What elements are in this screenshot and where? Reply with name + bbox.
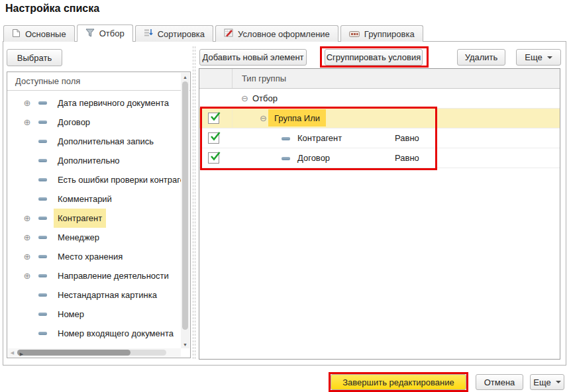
- sort-icon: [144, 28, 153, 39]
- dropdown-arrow-icon: [547, 56, 552, 59]
- scroll-right-icon[interactable]: ▶: [17, 350, 26, 358]
- field-dash-icon: [38, 197, 47, 201]
- list-item-label: Нестандартная картинка: [58, 285, 157, 305]
- list-item-label: Номер: [58, 305, 84, 324]
- list-item-label: Направление деятельности: [58, 266, 169, 285]
- tab-sortirovka[interactable]: Сортировка: [135, 25, 213, 42]
- panel-splitter[interactable]: [193, 46, 195, 359]
- table-row-gruppa-ili[interactable]: ⊖ Группа Или: [199, 109, 560, 128]
- checkbox[interactable]: [208, 113, 219, 124]
- list-item[interactable]: ⊕ Дата первичного документа: [7, 93, 190, 113]
- delete-button[interactable]: Удалить: [457, 49, 505, 66]
- funnel-icon: [85, 28, 95, 39]
- list-item[interactable]: Есть ошибки проверки контраге: [7, 170, 190, 189]
- tab-label: Условное оформление: [238, 29, 330, 39]
- list-item-label: Контрагент: [54, 209, 106, 228]
- comparison-value: Равно: [395, 148, 419, 168]
- field-dash-icon: [38, 178, 47, 181]
- tab-gruppirovka[interactable]: Группировка: [340, 25, 423, 42]
- finish-editing-button[interactable]: Завершить редактирование: [331, 374, 466, 390]
- column-divider: [232, 69, 233, 88]
- table-row-kontragent[interactable]: Контрагент Равно: [199, 128, 560, 148]
- conditional-appearance-icon: [224, 28, 233, 39]
- table-row-dogovor[interactable]: Договор Равно: [199, 148, 560, 168]
- list-item[interactable]: ⊕ Менеджер: [7, 228, 190, 247]
- field-dash-icon: [38, 293, 47, 297]
- checkbox[interactable]: [208, 132, 219, 144]
- list-item[interactable]: Номер: [7, 305, 190, 324]
- cancel-button[interactable]: Отмена: [476, 374, 523, 390]
- field-dash-icon: [38, 140, 47, 143]
- list-item-label: Дополнительно: [58, 151, 120, 170]
- field-dash-icon: [38, 121, 47, 124]
- field-dash-icon: [38, 313, 47, 316]
- tab-otbor[interactable]: Отбор: [77, 24, 133, 42]
- field-dash-icon: [38, 159, 47, 162]
- tab-uslovnoe-oformlenie[interactable]: Условное оформление: [215, 25, 338, 42]
- scroll-up-icon[interactable]: ▲: [181, 73, 189, 81]
- list-rows: ⊕ Дата первичного документа ⊕ Договор До…: [7, 92, 190, 349]
- expand-icon[interactable]: ⊕: [22, 113, 32, 132]
- list-item[interactable]: Дополнительная запись: [7, 132, 190, 151]
- comparison-value: Равно: [395, 128, 419, 148]
- select-button[interactable]: Выбрать: [7, 49, 62, 66]
- field-dash-icon: [38, 274, 47, 277]
- scroll-left-icon[interactable]: ◀: [8, 348, 17, 357]
- expand-icon[interactable]: ⊕: [22, 93, 32, 113]
- document-icon: [12, 28, 21, 40]
- field-dash-icon: [38, 101, 47, 105]
- expand-icon[interactable]: ⊕: [22, 247, 32, 266]
- table-body: ⊖ Отбор ⊖ Группа Или Контрагент Равно До…: [199, 89, 560, 359]
- collapse-icon[interactable]: ⊖: [241, 89, 248, 108]
- field-dash-icon: [282, 157, 290, 160]
- page-title: Настройка списка: [5, 3, 99, 15]
- row-label: Договор: [297, 148, 330, 168]
- column-header-group-type: Тип группы: [242, 69, 286, 88]
- scrollbar-thumb[interactable]: [182, 81, 188, 330]
- list-item-label: Дата первичного документа: [58, 93, 169, 113]
- row-label: Отбор: [252, 89, 278, 108]
- more-button-top[interactable]: Еще: [516, 49, 561, 66]
- list-item-label: Дополнительная запись: [58, 132, 154, 151]
- selected-cell: Группа Или: [268, 109, 326, 126]
- list-item[interactable]: Нестандартная картинка: [7, 285, 190, 305]
- table-header: Тип группы: [199, 69, 560, 89]
- tab-label: Основные: [25, 29, 66, 39]
- scrollbar-track[interactable]: ▶: [17, 350, 166, 356]
- checkbox[interactable]: [208, 152, 219, 164]
- dropdown-arrow-icon: [556, 381, 561, 383]
- column-divider: [232, 109, 233, 128]
- expand-icon[interactable]: ⊕: [22, 228, 32, 247]
- add-element-button[interactable]: Добавить новый элемент: [199, 49, 307, 66]
- list-item[interactable]: Дополнительно: [7, 151, 190, 170]
- expand-icon[interactable]: ⊕: [22, 209, 32, 228]
- list-item[interactable]: ⊕ Место хранения: [7, 247, 190, 266]
- tab-label: Группировка: [364, 29, 415, 39]
- list-item-label: Место хранения: [58, 247, 123, 266]
- group-conditions-button[interactable]: Сгруппировать условия: [325, 49, 423, 66]
- tab-label: Сортировка: [158, 29, 205, 39]
- field-dash-icon: [282, 137, 290, 140]
- list-item-label: Комментарий: [58, 189, 112, 209]
- list-item[interactable]: ⊕ Договор: [7, 113, 190, 132]
- expand-icon[interactable]: ⊕: [22, 266, 32, 285]
- list-item-kontragent[interactable]: ⊕ Контрагент: [7, 209, 190, 228]
- field-dash-icon: [38, 332, 47, 335]
- vertical-scrollbar[interactable]: ▲ ▼: [181, 73, 189, 348]
- scroll-down-icon[interactable]: ▼: [181, 340, 189, 348]
- list-item[interactable]: Комментарий: [7, 189, 190, 209]
- row-label: Контрагент: [297, 128, 342, 148]
- tab-label: Отбор: [99, 28, 125, 38]
- conditions-table[interactable]: Тип группы ⊖ Отбор ⊖ Группа Или Контраге…: [199, 68, 560, 360]
- list-item[interactable]: Номер входящего документа: [7, 324, 190, 343]
- available-fields-list[interactable]: Доступные поля ⊕ Дата первичного докумен…: [7, 72, 191, 358]
- list-header: Доступные поля: [7, 72, 190, 91]
- horizontal-scrollbar[interactable]: ◀ ▶: [8, 348, 181, 357]
- table-row-otbor[interactable]: ⊖ Отбор: [199, 89, 560, 109]
- scrollbar-thumb[interactable]: [17, 350, 130, 356]
- list-item[interactable]: ⊕ Направление деятельности: [7, 266, 190, 285]
- list-item-label: Менеджер: [58, 228, 99, 247]
- collapse-icon[interactable]: ⊖: [260, 109, 267, 128]
- more-button-bottom[interactable]: Еще: [530, 374, 564, 390]
- tab-osnovnye[interactable]: Основные: [3, 25, 75, 42]
